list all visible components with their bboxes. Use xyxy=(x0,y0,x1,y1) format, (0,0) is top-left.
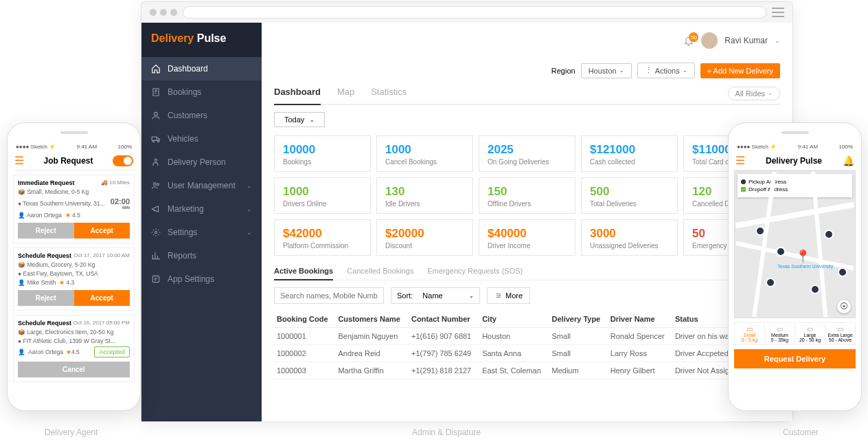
person-icon xyxy=(151,157,161,167)
stat-driver-income: $40000Driver Income xyxy=(479,219,575,256)
caption-admin: Admin & Dispature xyxy=(412,428,481,437)
more-filter-button[interactable]: More xyxy=(487,287,530,304)
rides-filter[interactable]: All Rides⌄ xyxy=(728,87,780,100)
tab-statistics[interactable]: Statistics xyxy=(371,82,407,104)
sidebar-item-reports[interactable]: Reports xyxy=(141,244,262,267)
stats-row-2: 1000Drivers Online 130Idle Drivers 150Of… xyxy=(274,177,780,214)
stat-unassigned: 3000Unassigned Deliveries xyxy=(581,219,678,256)
size-large[interactable]: ▭Large20 - 50 kg xyxy=(795,323,825,344)
chevron-down-icon: ⌄ xyxy=(775,37,780,44)
reject-button[interactable]: Reject xyxy=(18,223,74,239)
page-title: Job Request xyxy=(43,156,93,166)
stats-row-1: 10000Bookings 1000Cancel Bookings 2025On… xyxy=(274,135,780,172)
request-delivery-button[interactable]: Request Delivery xyxy=(734,349,856,368)
accepted-badge: Accepted xyxy=(94,346,130,357)
menu-icon[interactable]: ☰ xyxy=(14,154,24,167)
sliders-icon xyxy=(494,292,503,299)
sidebar-item-customers[interactable]: Customers xyxy=(141,104,262,127)
menu-icon[interactable]: ☰ xyxy=(735,154,745,167)
locate-me-button[interactable]: ⦿ xyxy=(837,300,851,313)
size-medium[interactable]: ▭Medium5 - 35kg xyxy=(764,323,795,344)
customer-phone: ●●●● Sketch ⚡9:41 AM100% ☰ Delivery Puls… xyxy=(728,122,862,411)
size-selector: ▭Small0 - 5 kg ▭Medium5 - 35kg ▭Large20 … xyxy=(734,322,856,345)
customer-map[interactable]: Pickup Address Dropoff Address 📍 Texas S… xyxy=(734,170,856,318)
size-extra-large[interactable]: ▭Extra Large50 - Above xyxy=(825,323,855,344)
tab-cancelled-bookings[interactable]: Cancelled Bookings xyxy=(347,263,413,280)
chart-icon xyxy=(151,251,161,261)
tab-map[interactable]: Map xyxy=(337,82,354,104)
stat-bookings: 10000Bookings xyxy=(274,135,371,172)
hamburger-icon[interactable] xyxy=(772,8,784,17)
phone-speaker xyxy=(729,123,861,142)
tab-active-bookings[interactable]: Active Bookings xyxy=(274,263,333,280)
map-label: Texas Southern University xyxy=(777,264,833,269)
driver-pin-icon xyxy=(810,285,820,294)
sidebar-item-label: App Settings xyxy=(168,274,214,284)
stat-commission: $42000Platform Commission xyxy=(274,219,371,256)
request-card-schedule: Schedule RequestOct 17, 2017 10:00 AM 📦 … xyxy=(13,247,135,311)
svg-point-10 xyxy=(497,294,499,295)
pickup-dot-icon xyxy=(741,179,746,184)
stat-cancel-bookings: 1000Cancel Bookings xyxy=(376,135,473,172)
stat-cash: $121000Cash collected xyxy=(581,135,678,172)
driver-pin-icon xyxy=(776,247,786,256)
svg-point-8 xyxy=(155,231,157,234)
actions-dropdown[interactable]: ⋮Actions⌄ xyxy=(637,63,695,78)
sidebar-item-user-management[interactable]: User Management⌄ xyxy=(141,174,262,197)
status-bar: ●●●● Sketch ⚡9:41 AM100% xyxy=(13,142,135,151)
request-card-accepted: Schedule RequestOct 16, 2017 05:00 PM 📦 … xyxy=(13,315,135,382)
gear-icon xyxy=(151,228,161,237)
add-new-delivery-button[interactable]: + Add New Delivery xyxy=(700,63,780,78)
map-legend: Pickup Address Dropoff Address xyxy=(738,174,852,197)
sidebar-item-label: Dashboard xyxy=(168,64,208,74)
stats-row-3: $42000Platform Commission $20000Discount… xyxy=(274,219,780,256)
cancel-button[interactable]: Cancel xyxy=(18,362,130,377)
sidebar-item-app-settings[interactable]: App Settings xyxy=(141,267,262,291)
topbar: 50 Ravi Kumar ⌄ xyxy=(274,32,780,49)
region-select[interactable]: Houston⌄ xyxy=(581,63,632,78)
chevron-down-icon: ⌄ xyxy=(247,229,252,236)
sidebar-item-bookings[interactable]: Bookings xyxy=(141,80,262,104)
booking-tabs: Active Bookings Cancelled Bookings Emerg… xyxy=(274,263,780,280)
sidebar-item-label: Reports xyxy=(168,251,196,261)
table-row[interactable]: 1000003Martha Griffin+1(291) 818 2127Eas… xyxy=(274,362,780,379)
reject-button[interactable]: Reject xyxy=(18,290,74,306)
sidebar-item-dashboard[interactable]: Dashboard xyxy=(141,57,262,80)
user-name[interactable]: Ravi Kumar xyxy=(724,36,768,45)
svg-point-1 xyxy=(155,112,158,115)
tab-emergency-requests[interactable]: Emergency Requests (SOS) xyxy=(427,263,523,280)
sidebar-item-marketing[interactable]: Marketing⌄ xyxy=(141,197,262,221)
bell-icon[interactable]: 🔔 xyxy=(843,155,854,166)
search-row: Sort: Name⌄ More 1-20 of 545853 xyxy=(274,287,780,304)
accept-button[interactable]: Accept xyxy=(74,223,130,239)
stat-drivers-online: 1000Drivers Online xyxy=(274,177,371,214)
notifications-button[interactable]: 50 xyxy=(683,35,694,46)
tab-dashboard[interactable]: Dashboard xyxy=(274,82,321,105)
sort-select[interactable]: Sort: Name⌄ xyxy=(391,287,480,304)
stat-offline: 150Offline Drivers xyxy=(479,177,575,214)
megaphone-icon xyxy=(151,204,161,214)
svg-point-4 xyxy=(157,140,159,142)
caption-agent: Delivery Agent xyxy=(45,428,98,437)
driver-pin-icon xyxy=(824,230,834,239)
accept-button[interactable]: Accept xyxy=(74,290,130,306)
date-range-select[interactable]: Today⌄ xyxy=(274,112,325,127)
stat-idle: 130Idle Drivers xyxy=(376,177,473,214)
table-row[interactable]: 1000002Andrea Reid+1(797) 785 6249Santa … xyxy=(274,345,780,362)
avatar[interactable] xyxy=(701,32,718,49)
sidebar-item-delivery-person[interactable]: Delivery Person xyxy=(141,151,262,174)
sidebar-item-label: Bookings xyxy=(168,87,201,97)
url-bar[interactable] xyxy=(183,6,766,19)
sidebar-item-settings[interactable]: Settings⌄ xyxy=(141,221,262,244)
sidebar-item-label: Delivery Person xyxy=(168,157,226,167)
agent-phone: ●●●● Sketch ⚡9:41 AM100% ☰ Job Request I… xyxy=(7,122,141,411)
sidebar-item-vehicles[interactable]: Vehicles xyxy=(141,127,262,151)
chevron-down-icon: ⌄ xyxy=(247,206,252,212)
search-input[interactable] xyxy=(274,287,384,304)
customer-header: ☰ Delivery Pulse 🔔 xyxy=(734,151,856,170)
svg-point-6 xyxy=(154,183,157,186)
size-small[interactable]: ▭Small0 - 5 kg xyxy=(735,323,764,344)
svg-point-3 xyxy=(152,140,154,142)
table-row[interactable]: 1000001Benjamin Nguyen+1(616) 907 6881Ho… xyxy=(274,328,780,345)
availability-toggle[interactable] xyxy=(113,155,133,166)
